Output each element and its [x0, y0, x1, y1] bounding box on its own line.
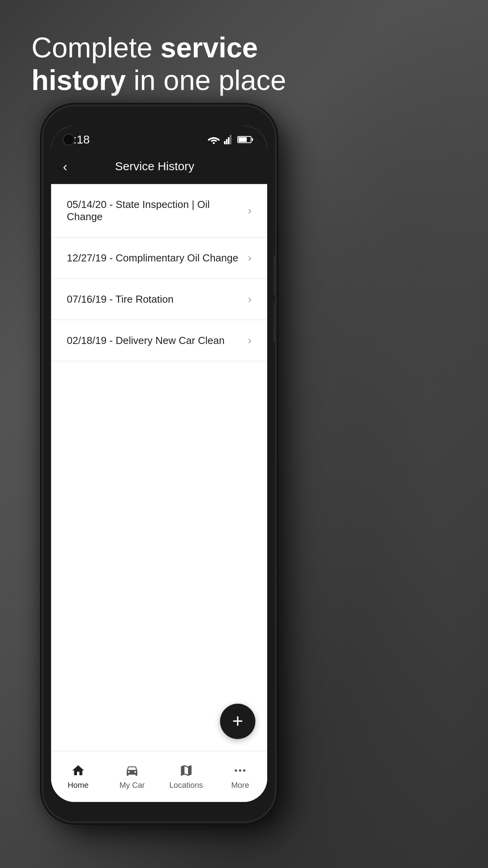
svg-rect-2: [226, 139, 227, 144]
page-title: Service History: [75, 160, 234, 173]
camera-hole: [63, 134, 75, 145]
marketing-headline: Complete servicehistory in one place: [31, 31, 457, 97]
phone-mockup: 6:18: [43, 106, 275, 822]
phone-screen: 6:18: [51, 126, 267, 802]
plus-icon: +: [232, 712, 243, 730]
svg-point-7: [243, 769, 246, 772]
service-item-text: 05/14/20 - State Inspection | Oil Change: [67, 199, 248, 223]
nav-label-locations: Locations: [169, 781, 203, 790]
service-item-text: 12/27/19 - Complimentary Oil Change: [67, 252, 238, 264]
add-record-fab[interactable]: +: [220, 704, 255, 739]
map-icon: [179, 763, 193, 778]
chevron-right-icon: ›: [248, 204, 251, 217]
more-dots-icon: [233, 763, 247, 778]
svg-point-6: [239, 769, 241, 772]
back-button[interactable]: ‹: [63, 160, 75, 173]
service-list-item[interactable]: 07/16/19 - Tire Rotation ›: [51, 279, 267, 320]
service-list-item[interactable]: 12/27/19 - Complimentary Oil Change ›: [51, 237, 267, 279]
nav-label-mycar: My Car: [119, 781, 145, 790]
nav-label-home: Home: [68, 781, 88, 790]
battery-icon: [237, 136, 251, 143]
content-area: 05/14/20 - State Inspection | Oil Change…: [51, 184, 267, 751]
status-bar: 6:18: [51, 126, 267, 152]
service-item-text: 02/18/19 - Delivery New Car Clean: [67, 335, 225, 347]
svg-rect-1: [224, 141, 226, 144]
side-button-1: [273, 256, 275, 295]
svg-point-0: [213, 142, 215, 144]
svg-point-5: [235, 769, 237, 772]
nav-item-mycar[interactable]: My Car: [105, 751, 160, 802]
svg-rect-3: [228, 137, 229, 144]
service-item-text: 07/16/19 - Tire Rotation: [67, 293, 174, 305]
chevron-right-icon: ›: [248, 334, 251, 347]
nav-label-more: More: [231, 781, 249, 790]
signal-icon: [224, 135, 233, 144]
car-icon: [125, 763, 139, 778]
app-header: ‹ Service History: [51, 152, 267, 184]
nav-item-home[interactable]: Home: [51, 751, 105, 802]
wifi-icon: [207, 135, 220, 144]
chevron-right-icon: ›: [248, 293, 251, 305]
status-icons: [207, 135, 251, 144]
nav-item-locations[interactable]: Locations: [159, 751, 213, 802]
chevron-right-icon: ›: [248, 252, 251, 264]
service-list-item[interactable]: 05/14/20 - State Inspection | Oil Change…: [51, 184, 267, 237]
service-list-item[interactable]: 02/18/19 - Delivery New Car Clean ›: [51, 320, 267, 361]
svg-rect-4: [230, 135, 231, 144]
home-icon: [71, 763, 85, 778]
nav-item-more[interactable]: More: [213, 751, 268, 802]
side-button-2: [273, 303, 275, 342]
bottom-navigation: Home My Car Locations: [51, 751, 267, 802]
service-list: 05/14/20 - State Inspection | Oil Change…: [51, 184, 267, 361]
